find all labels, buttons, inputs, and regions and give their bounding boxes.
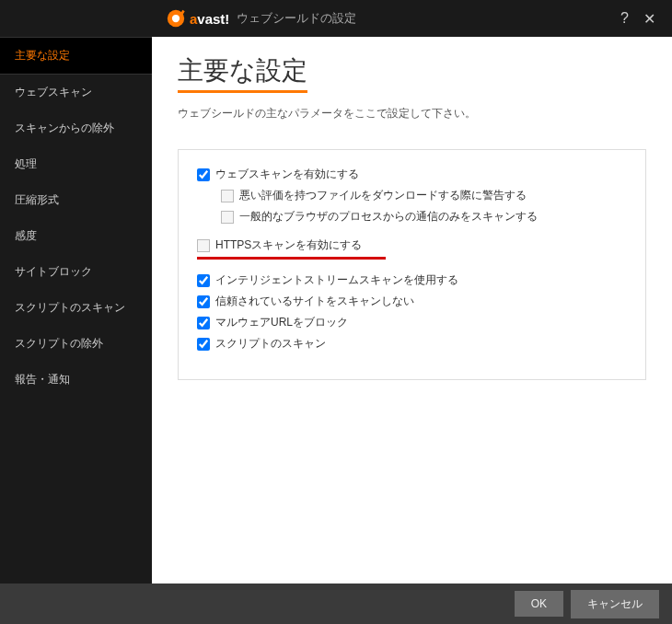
settings-window: avast! ウェブシールドの設定 ? ✕ 主要な設定 ウェブスキャン スキャン… — [0, 0, 672, 624]
checkbox-scan-known-browsers[interactable] — [221, 211, 234, 224]
brand-rest: vast! — [197, 11, 229, 27]
footer: OK キャンセル — [0, 584, 672, 624]
checkbox-https-enable[interactable] — [197, 239, 210, 252]
sidebar-item-script-exclusions[interactable]: スクリプトの除外 — [0, 326, 152, 362]
sidebar-item-label: スキャンからの除外 — [15, 121, 114, 134]
option-label: マルウェアURLをブロック — [215, 315, 348, 330]
sidebar-item-label: スクリプトのスキャン — [15, 301, 125, 314]
sidebar-item-actions[interactable]: 処理 — [0, 146, 152, 182]
option-label: 一般的なブラウザのプロセスからの通信のみをスキャンする — [239, 209, 538, 225]
brand-text: avast! — [190, 11, 229, 27]
checkbox-trusted-sites-skip[interactable] — [197, 295, 210, 308]
sidebar: 主要な設定 ウェブスキャン スキャンからの除外 処理 圧縮形式 感度 サイトブロ… — [0, 37, 152, 584]
sidebar-item-main-settings[interactable]: 主要な設定 — [0, 37, 152, 75]
sidebar-item-script-scan[interactable]: スクリプトのスキャン — [0, 290, 152, 326]
option-scan-known-browsers[interactable]: 一般的なブラウザのプロセスからの通信のみをスキャンする — [221, 209, 627, 225]
option-label: HTTPSスキャンを有効にする — [215, 237, 362, 253]
checkbox-block-malware-url[interactable] — [197, 317, 210, 329]
https-highlight-underline — [197, 257, 386, 260]
option-label: スクリプトのスキャン — [215, 336, 326, 352]
checkbox-webscan-enable[interactable] — [197, 168, 210, 181]
svg-point-1 — [172, 15, 180, 22]
option-block-malware-url[interactable]: マルウェアURLをブロック — [197, 315, 627, 330]
sidebar-item-label: 主要な設定 — [15, 49, 70, 62]
option-label: 悪い評価を持つファイルをダウンロードする際に警告する — [239, 188, 527, 203]
app-logo: avast! ウェブシールドの設定 — [166, 8, 356, 29]
sidebar-item-label: ウェブスキャン — [15, 86, 92, 98]
close-button[interactable]: ✕ — [636, 10, 663, 28]
option-https-enable[interactable]: HTTPSスキャンを有効にする — [197, 237, 362, 253]
sidebar-item-web-scan[interactable]: ウェブスキャン — [0, 75, 152, 110]
option-trusted-sites-skip[interactable]: 信頼されているサイトをスキャンしない — [197, 294, 627, 309]
body: 主要な設定 ウェブスキャン スキャンからの除外 処理 圧縮形式 感度 サイトブロ… — [0, 37, 672, 584]
option-https-enable-row: HTTPSスキャンを有効にする — [197, 237, 627, 253]
sidebar-item-packers[interactable]: 圧縮形式 — [0, 182, 152, 218]
sidebar-item-site-blocking[interactable]: サイトブロック — [0, 254, 152, 290]
checkbox-warn-bad-download[interactable] — [221, 190, 234, 202]
option-warn-bad-download[interactable]: 悪い評価を持つファイルをダウンロードする際に警告する — [221, 188, 627, 203]
option-script-scan[interactable]: スクリプトのスキャン — [197, 336, 627, 352]
page-title: 主要な設定 — [178, 53, 307, 93]
avast-logo-icon — [166, 8, 186, 29]
option-label: ウェブスキャンを有効にする — [215, 167, 359, 182]
sidebar-item-exclusions[interactable]: スキャンからの除外 — [0, 110, 152, 146]
option-webscan-enable[interactable]: ウェブスキャンを有効にする — [197, 167, 627, 182]
sidebar-item-label: 圧縮形式 — [15, 193, 59, 206]
sidebar-item-label: スクリプトの除外 — [15, 337, 103, 350]
sidebar-item-report[interactable]: 報告・通知 — [0, 362, 152, 398]
option-label: 信頼されているサイトをスキャンしない — [215, 294, 414, 309]
sidebar-item-sensitivity[interactable]: 感度 — [0, 218, 152, 254]
content-area: 主要な設定 ウェブシールドの主なパラメータをここで設定して下さい。 ウェブスキャ… — [152, 37, 672, 584]
page-description: ウェブシールドの主なパラメータをここで設定して下さい。 — [178, 106, 646, 121]
sidebar-item-label: 感度 — [15, 229, 37, 242]
settings-panel: ウェブスキャンを有効にする 悪い評価を持つファイルをダウンロードする際に警告する… — [178, 149, 646, 380]
sidebar-item-label: サイトブロック — [15, 265, 92, 278]
sidebar-item-label: 報告・通知 — [15, 373, 70, 386]
sidebar-item-label: 処理 — [15, 157, 37, 170]
titlebar: avast! ウェブシールドの設定 ? ✕ — [0, 0, 672, 37]
checkbox-intelligent-stream[interactable] — [197, 274, 210, 287]
ok-button[interactable]: OK — [515, 591, 563, 617]
option-label: インテリジェントストリームスキャンを使用する — [215, 272, 458, 288]
help-button[interactable]: ? — [613, 10, 636, 27]
checkbox-script-scan[interactable] — [197, 338, 210, 351]
option-intelligent-stream[interactable]: インテリジェントストリームスキャンを使用する — [197, 272, 627, 288]
cancel-button[interactable]: キャンセル — [571, 590, 659, 618]
window-title: ウェブシールドの設定 — [237, 10, 356, 27]
